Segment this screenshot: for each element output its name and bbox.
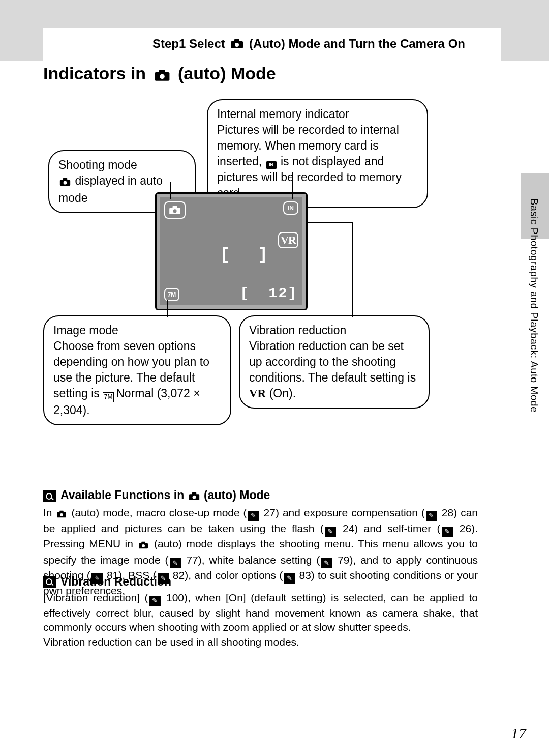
t: (auto) mode, macro close-up mode ( (68, 507, 247, 518)
shoot-line2: displayed in auto mode (58, 174, 163, 205)
lcd-image-mode-icon: 7M (164, 288, 179, 301)
t: Vibration reduction can be used in all s… (43, 636, 299, 648)
t: ), white balance setting ( (198, 554, 320, 566)
t: ) and exposure compensation ( (276, 507, 425, 518)
ref: 27 (264, 507, 276, 518)
svg-point-2 (235, 43, 239, 47)
camera-icon (138, 538, 148, 553)
note-vibration-reduction: Vibration Reduction [Vibration reduction… (43, 575, 478, 649)
camera-icon (230, 38, 243, 52)
svg-rect-16 (60, 511, 64, 513)
svg-point-17 (60, 513, 63, 516)
px-label: 7M (168, 291, 176, 298)
svg-point-14 (192, 496, 196, 499)
lcd-screen: IN VR 7M [ ] [ 12] (155, 192, 308, 310)
leader-line (167, 300, 168, 317)
note-body: [Vibration reduction] (✎ 100), when [On]… (43, 591, 478, 649)
ref: 28 (442, 507, 453, 518)
t: in (120, 538, 137, 549)
runhead-prefix: Step1 Select (152, 37, 225, 50)
lcd-internal-memory-icon: IN (283, 201, 298, 215)
page-ref-icon: ✎ (442, 527, 453, 537)
running-header: Step1 Select (Auto) Mode and Turn the Ca… (152, 37, 465, 52)
vib-heading: Vibration Reduction (60, 575, 171, 589)
note-heading: Available Functions in (auto) Mode (43, 488, 478, 504)
runhead-suffix: (Auto) Mode and Turn the Camera On (249, 37, 465, 50)
t: [Vibration reduction] ( (43, 592, 148, 603)
callout-image-mode: Image mode Choose from seven options dep… (43, 315, 231, 425)
page-ref-icon: ✎ (321, 558, 332, 568)
camera-icon (56, 507, 67, 521)
shoot-line1: Shooting mode (58, 158, 137, 171)
shots-remaining: [ 12] (240, 285, 297, 301)
avail-head-prefix: Available Functions in (60, 488, 184, 502)
page-number: 17 (511, 724, 526, 742)
t: In (43, 507, 55, 518)
page-ref-icon: ✎ (426, 511, 437, 521)
lcd-inner: IN VR 7M [ ] [ 12] (160, 197, 302, 305)
ref: 26 (460, 522, 471, 534)
camera-icon (154, 66, 170, 85)
callout-vibration-reduction: Vibration reduction Vibration reduction … (239, 315, 430, 409)
avail-head-suffix: (auto) Mode (204, 488, 270, 502)
mem-title: Internal memory indicator (217, 107, 349, 121)
ref: 100 (166, 592, 184, 603)
ref: 24 (343, 522, 354, 534)
note-icon (43, 576, 56, 588)
leader-line (352, 222, 353, 317)
af-brackets: [ ] (220, 245, 277, 264)
img-title: Image mode (53, 324, 118, 337)
ref: 77 (186, 554, 198, 566)
side-section-label: Basic Photography and Playback: Auto Mod… (528, 198, 540, 413)
title-suffix: (auto) Mode (178, 64, 276, 83)
svg-rect-10 (173, 206, 177, 209)
menu-text: MENU (89, 538, 120, 549)
vr-label: VR (281, 234, 296, 247)
svg-rect-4 (159, 70, 165, 73)
svg-rect-1 (234, 39, 239, 42)
camera-icon (59, 175, 71, 190)
vr-on-icon: VR (249, 387, 266, 400)
lcd-camera-mode-icon (164, 201, 186, 219)
title-prefix: Indicators in (43, 64, 146, 83)
t: ) and self-timer ( (354, 522, 440, 534)
leader-line (170, 182, 171, 199)
lcd-vr-icon: VR (278, 232, 298, 248)
in-label: IN (288, 205, 294, 212)
page-ref-icon: ✎ (170, 558, 181, 568)
page-ref-icon: ✎ (149, 596, 161, 606)
svg-rect-7 (63, 178, 67, 181)
svg-rect-13 (192, 492, 196, 495)
svg-point-8 (64, 181, 67, 185)
svg-point-5 (160, 74, 165, 79)
camera-icon (189, 490, 200, 504)
svg-point-11 (173, 209, 176, 213)
leader-line (292, 172, 293, 199)
svg-point-20 (142, 544, 145, 547)
page-ref-icon: ✎ (325, 527, 336, 537)
leader-line (307, 222, 353, 223)
page-title: Indicators in (auto) Mode (43, 64, 276, 85)
page-ref-icon: ✎ (248, 511, 259, 521)
note-heading: Vibration Reduction (43, 575, 478, 589)
vr-title: Vibration reduction (249, 324, 346, 337)
sevenm-icon: 7M (103, 392, 114, 402)
note-icon (43, 490, 56, 502)
shots-num: 12 (269, 285, 288, 301)
in-icon: IN (266, 161, 277, 169)
vr-body: Vibration reduction can be set up accord… (249, 339, 416, 384)
ref: 79 (338, 554, 349, 566)
svg-rect-19 (142, 542, 146, 544)
vr-default: (On). (269, 387, 296, 400)
